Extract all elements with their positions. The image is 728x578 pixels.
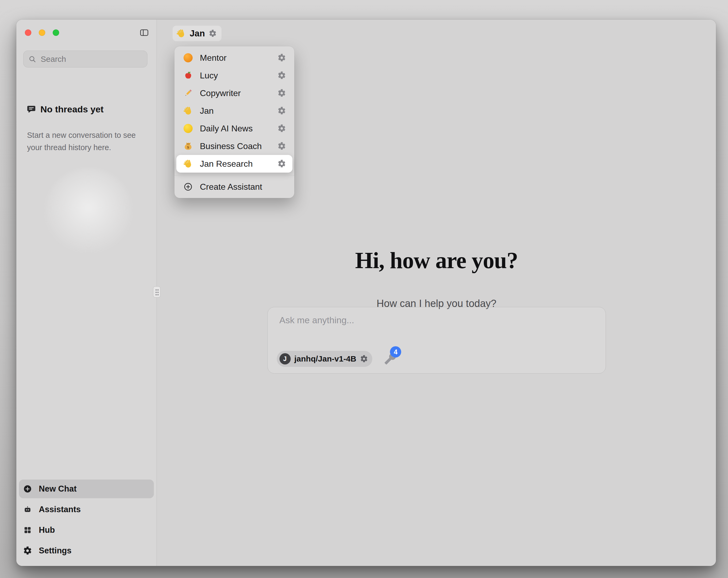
empty-state-header: No threads yet bbox=[26, 104, 104, 115]
apple-icon bbox=[183, 70, 193, 81]
menu-item-lucy[interactable]: Lucy bbox=[176, 67, 292, 84]
model-avatar: J bbox=[279, 353, 290, 365]
sidebar-resize-handle[interactable] bbox=[153, 286, 160, 298]
sidebar-item-new-chat[interactable]: New Chat bbox=[19, 479, 154, 498]
zoom-window-button[interactable] bbox=[53, 29, 59, 36]
sidebar-item-hub[interactable]: Hub bbox=[19, 521, 154, 539]
sidebar-item-assistants[interactable]: Assistants bbox=[19, 500, 154, 519]
assistant-settings-gear-icon[interactable] bbox=[278, 71, 286, 80]
model-name: janhq/Jan-v1-4B bbox=[294, 354, 356, 363]
chat-bubble-icon bbox=[26, 105, 36, 114]
create-assistant-button[interactable]: Create Assistant bbox=[176, 178, 292, 195]
wave-icon bbox=[176, 29, 186, 38]
menu-item-business-coach[interactable]: Business Coach bbox=[176, 137, 292, 155]
menu-item-jan[interactable]: Jan bbox=[176, 102, 292, 120]
assistant-selector[interactable]: Jan bbox=[173, 26, 222, 41]
menu-item-label: Mentor bbox=[200, 53, 271, 63]
orange-circle-icon bbox=[183, 52, 193, 63]
model-settings-gear-icon[interactable] bbox=[360, 355, 368, 363]
nav-item-label: Settings bbox=[39, 546, 72, 555]
composer-toolbar: J janhq/Jan-v1-4B 4 bbox=[277, 351, 396, 367]
main-area: Jan Mentor Lucy Copywriter Jan bbox=[157, 20, 716, 566]
assistant-settings-gear-icon[interactable] bbox=[278, 159, 286, 168]
gear-icon bbox=[23, 546, 32, 555]
plus-circle-icon bbox=[183, 181, 193, 192]
pencil-icon bbox=[183, 88, 193, 99]
tools-count-badge: 4 bbox=[390, 346, 401, 357]
menu-item-label: Jan Research bbox=[200, 159, 271, 169]
assistant-settings-gear-icon[interactable] bbox=[278, 53, 286, 62]
sidebar-item-settings[interactable]: Settings bbox=[19, 541, 154, 560]
assistant-settings-gear-icon[interactable] bbox=[278, 106, 286, 115]
menu-item-mentor[interactable]: Mentor bbox=[176, 49, 292, 67]
assistant-selector-label: Jan bbox=[190, 28, 205, 39]
menu-item-label: Lucy bbox=[200, 71, 271, 80]
assistant-settings-gear-icon[interactable] bbox=[278, 142, 286, 150]
menu-item-label: Business Coach bbox=[200, 141, 271, 151]
sidebar-blur-decoration bbox=[45, 168, 133, 256]
search-icon bbox=[28, 55, 36, 63]
sidebar: No threads yet Start a new conversation … bbox=[16, 20, 157, 566]
sidebar-panel-icon bbox=[139, 28, 150, 37]
tools-button[interactable]: 4 bbox=[384, 353, 396, 365]
menu-item-label: Daily AI News bbox=[200, 124, 271, 133]
assistant-settings-gear-icon[interactable] bbox=[278, 124, 286, 133]
assistant-icon bbox=[23, 505, 32, 514]
wave-icon bbox=[183, 105, 193, 116]
menu-item-copywriter[interactable]: Copywriter bbox=[176, 84, 292, 102]
window-controls bbox=[25, 29, 59, 36]
nav-item-label: Hub bbox=[39, 525, 55, 535]
greeting-title: Hi, how are you? bbox=[157, 247, 716, 274]
assistant-settings-gear-icon[interactable] bbox=[278, 89, 286, 97]
app-window: No threads yet Start a new conversation … bbox=[16, 20, 716, 566]
sidebar-nav: New Chat Assistants Hub Settings bbox=[19, 479, 154, 560]
grid-icon bbox=[23, 525, 32, 535]
plus-circle-icon bbox=[23, 484, 32, 494]
menu-separator bbox=[175, 175, 294, 176]
wave-icon bbox=[183, 158, 193, 169]
sidebar-toggle-button[interactable] bbox=[138, 28, 150, 38]
menu-item-daily-ai-news[interactable]: Daily AI News bbox=[176, 120, 292, 137]
nav-item-label: New Chat bbox=[39, 484, 77, 494]
assistant-dropdown-menu: Mentor Lucy Copywriter Jan Daily AI News bbox=[175, 46, 294, 198]
composer-card: J janhq/Jan-v1-4B 4 bbox=[267, 307, 606, 374]
chat-input[interactable] bbox=[279, 315, 594, 326]
search-input[interactable] bbox=[40, 54, 142, 64]
nav-item-label: Assistants bbox=[39, 505, 81, 514]
money-bag-icon bbox=[183, 141, 193, 151]
minimize-window-button[interactable] bbox=[39, 29, 45, 36]
yellow-circle-icon bbox=[183, 123, 193, 134]
menu-item-jan-research[interactable]: Jan Research bbox=[176, 155, 292, 173]
create-assistant-label: Create Assistant bbox=[200, 182, 262, 192]
menu-item-label: Jan bbox=[200, 106, 271, 116]
close-window-button[interactable] bbox=[25, 29, 31, 36]
search-field[interactable] bbox=[23, 51, 148, 68]
menu-item-label: Copywriter bbox=[200, 88, 271, 98]
assistant-header-gear-icon[interactable] bbox=[209, 29, 217, 37]
empty-state-description: Start a new conversation to see your thr… bbox=[27, 129, 148, 154]
empty-state-title: No threads yet bbox=[41, 104, 104, 115]
model-selector[interactable]: J janhq/Jan-v1-4B bbox=[277, 351, 372, 367]
